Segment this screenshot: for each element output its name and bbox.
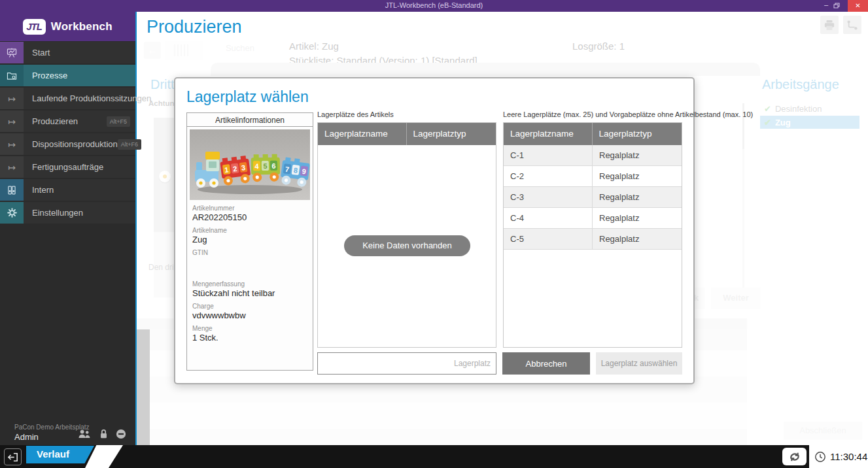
cell-lagerplatzname: C-3 bbox=[504, 187, 593, 207]
select-lagerplatz-button[interactable]: Lagerplatz auswählen bbox=[596, 352, 682, 375]
column-header: Lagerplatzname bbox=[504, 123, 593, 145]
field-gtin: GTIN bbox=[192, 249, 307, 267]
arrow-right-icon: ↦ bbox=[0, 88, 24, 109]
arrow-right-icon: ↦ bbox=[0, 156, 24, 178]
sidebar-item-label: Fertigungsaufträge bbox=[24, 162, 135, 172]
sidebar-item-laufende-produktionssitzungen[interactable]: ↦ Laufende Produktionssitzungen bbox=[0, 88, 135, 109]
lagerplatz-dialog: Lagerplatz wählen Artikelinformationen bbox=[174, 77, 695, 384]
logout-icon bbox=[8, 452, 18, 462]
field-value: Zug bbox=[192, 235, 307, 244]
shortcut-badge: Alt+F5 bbox=[107, 116, 130, 127]
restore-icon bbox=[833, 3, 841, 9]
page-title: Produzieren bbox=[147, 17, 242, 37]
flow-icon bbox=[846, 20, 858, 31]
svg-text:5: 5 bbox=[263, 162, 267, 170]
cell-lagerplatztyp: Regalplatz bbox=[593, 229, 682, 249]
switch-user-icon[interactable] bbox=[77, 429, 92, 439]
sidebar-item-label: Prozesse bbox=[24, 71, 135, 80]
svg-text:4: 4 bbox=[254, 162, 259, 170]
gear-icon bbox=[0, 202, 24, 224]
printer-icon bbox=[824, 20, 835, 31]
table-row[interactable]: C-2 Regalplatz bbox=[504, 166, 682, 187]
user-block: PaCon Demo Arbeitsplatz Admin bbox=[0, 424, 135, 442]
table-header-row: Lagerplatzname Lagerplatztyp bbox=[504, 123, 682, 145]
archive-icon bbox=[0, 179, 24, 201]
cell-lagerplatztyp: Regalplatz bbox=[593, 145, 682, 165]
app-window: JTL-Workbench (eB-Standard) – ✕ JTL Work… bbox=[0, 0, 868, 468]
article-places-caption: Lagerplätze des Artikels bbox=[317, 110, 394, 118]
session-actions bbox=[77, 429, 126, 439]
jtl-logo: JTL bbox=[23, 19, 46, 35]
free-places-caption: Leere Lagerplätze (max. 25) und Vorgabep… bbox=[503, 110, 753, 118]
table-row[interactable]: C-1 Regalplatz bbox=[504, 145, 682, 166]
titlebar: JTL-Workbench (eB-Standard) – ✕ bbox=[0, 0, 868, 12]
cancel-button[interactable]: Abbrechen bbox=[502, 352, 590, 375]
field-label: Mengenerfassung bbox=[192, 280, 307, 288]
history-banner[interactable]: Verlauf bbox=[26, 446, 94, 463]
taskbar: Verlauf 11:30:44 bbox=[0, 445, 868, 468]
minimize-icon: – bbox=[824, 1, 828, 8]
cell-lagerplatzname: C-5 bbox=[504, 229, 593, 249]
arrow-right-icon: ↦ bbox=[0, 110, 24, 132]
sync-button[interactable] bbox=[782, 448, 807, 465]
sidebar-item-fertigungsauftraege[interactable]: ↦ Fertigungsaufträge bbox=[0, 156, 135, 178]
field-charge: Charge vdvwwwbwbw bbox=[192, 303, 307, 320]
table-row[interactable]: C-4 Regalplatz bbox=[504, 208, 682, 229]
column-header: Lagerplatztyp bbox=[593, 123, 682, 145]
column-header: Lagerplatzname bbox=[318, 123, 407, 145]
table-row[interactable]: C-5 Regalplatz bbox=[504, 229, 682, 250]
field-artikelnummer: Artikelnummer AR202205150 bbox=[192, 205, 307, 222]
cell-lagerplatztyp: Regalplatz bbox=[593, 187, 682, 207]
table-row[interactable]: C-3 Regalplatz bbox=[504, 187, 682, 208]
maximize-button[interactable] bbox=[833, 0, 848, 12]
sidebar-item-dispositionsproduktion[interactable]: ↦ Dispositionsproduktion Alt+F6 bbox=[0, 133, 135, 155]
field-label: Menge bbox=[192, 325, 307, 332]
sidebar-item-label: Laufende Produktionssitzungen bbox=[24, 93, 151, 103]
cell-lagerplatzname: C-1 bbox=[504, 145, 593, 165]
field-label: Charge bbox=[192, 303, 307, 310]
field-menge: Menge 1 Stck. bbox=[192, 325, 307, 343]
no-data-badge: Keine Daten vorhanden bbox=[344, 235, 470, 256]
column-header: Lagerplatztyp bbox=[407, 123, 496, 145]
field-artikelname: Artikelname Zug bbox=[192, 227, 307, 244]
brand: JTL Workbench bbox=[0, 12, 135, 41]
dialog-title: Lagerplatz wählen bbox=[186, 88, 309, 106]
presentation-chart-icon bbox=[0, 42, 24, 63]
field-label: Artikelnummer bbox=[192, 205, 307, 212]
sidebar-menu: Start Prozesse ↦ Laufende Produktionssit… bbox=[0, 42, 135, 225]
suspend-icon[interactable] bbox=[116, 429, 126, 439]
sidebar-item-prozesse[interactable]: Prozesse bbox=[0, 65, 135, 86]
close-icon: ✕ bbox=[855, 2, 860, 9]
sidebar-item-start[interactable]: Start bbox=[0, 42, 135, 63]
sidebar-item-produzieren[interactable]: ↦ Produzieren Alt+F5 bbox=[0, 110, 135, 132]
sidebar: JTL Workbench Start Prozesse bbox=[0, 12, 135, 445]
sidebar-item-label: Intern bbox=[24, 185, 135, 195]
sidebar-item-einstellungen[interactable]: Einstellungen bbox=[0, 202, 135, 224]
shortcut-badge: Alt+F6 bbox=[118, 139, 141, 150]
clock-panel: 11:30:44 bbox=[809, 445, 868, 468]
article-info-header: Artikelinformationen bbox=[187, 113, 313, 127]
logout-button[interactable] bbox=[4, 448, 22, 465]
minimize-button[interactable]: – bbox=[819, 0, 833, 12]
cell-lagerplatztyp: Regalplatz bbox=[593, 208, 682, 228]
field-value: AR202205150 bbox=[192, 212, 307, 222]
lock-icon[interactable] bbox=[99, 429, 108, 439]
field-label: Artikelname bbox=[192, 227, 307, 234]
product-image-train: 1 2 3 4 5 6 bbox=[190, 129, 310, 200]
brand-name: Workbench bbox=[51, 20, 113, 33]
field-label: GTIN bbox=[192, 249, 307, 256]
print-button bbox=[820, 16, 839, 34]
field-value: vdvwwwbwbw bbox=[192, 310, 307, 320]
field-value bbox=[192, 257, 307, 267]
clock-icon bbox=[814, 451, 826, 463]
sync-icon bbox=[788, 451, 801, 463]
svg-text:6: 6 bbox=[271, 162, 275, 170]
close-button[interactable]: ✕ bbox=[848, 0, 868, 12]
article-info-panel: Artikelinformationen bbox=[186, 112, 313, 371]
sidebar-item-intern[interactable]: Intern bbox=[0, 179, 135, 201]
lagerplatz-input[interactable] bbox=[317, 352, 496, 375]
arrow-right-icon: ↦ bbox=[0, 133, 24, 155]
field-value: Stückzahl nicht teilbar bbox=[192, 288, 307, 298]
process-flow-button bbox=[843, 16, 861, 34]
free-places-table: Lagerplatzname Lagerplatztyp C-1 Regalpl… bbox=[503, 122, 682, 348]
